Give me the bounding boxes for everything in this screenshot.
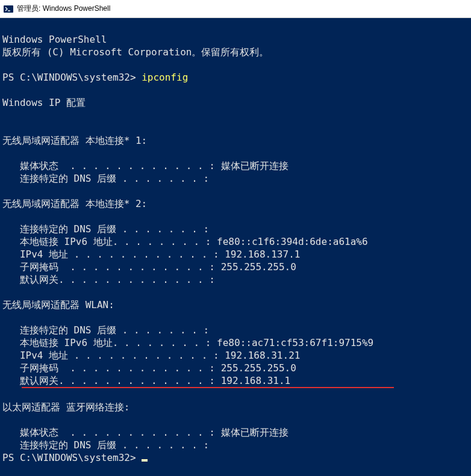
config-label: 连接特定的 DNS 后缀 bbox=[20, 439, 116, 451]
config-label: 默认网关 bbox=[20, 274, 58, 285]
dots: . . . . . . . . . . . . : bbox=[58, 427, 215, 438]
dots: . . . . . . . . . . . . : bbox=[68, 249, 219, 260]
prompt-path: PS C:\WINDOWS\system32> bbox=[2, 72, 136, 83]
config-label: 媒体状态 bbox=[20, 427, 58, 438]
dots: . . . . . . . : bbox=[116, 223, 209, 235]
dots: . . . . . . . : bbox=[116, 173, 209, 184]
banner-line1: Windows PowerShell bbox=[2, 34, 107, 45]
svg-rect-0 bbox=[4, 5, 13, 13]
window-title: 管理员: Windows PowerShell bbox=[17, 4, 110, 14]
config-value: 192.168.31.21 bbox=[219, 350, 301, 361]
dots: . . . . . . . . . . . . . : bbox=[58, 274, 215, 285]
adapter-title: 无线局域网适配器 本地连接* 1: bbox=[2, 135, 147, 146]
config-value: 192.168.137.1 bbox=[219, 249, 301, 260]
powershell-icon bbox=[4, 4, 13, 14]
config-value: fe80::c1f6:394d:6de:a61a%6 bbox=[211, 236, 367, 247]
config-label: 默认网关 bbox=[20, 375, 58, 386]
adapter-title: 以太网适配器 蓝牙网络连接: bbox=[2, 401, 129, 413]
dots: . . . . . . . . . . . . . : bbox=[58, 375, 215, 386]
config-value: 媒体已断开连接 bbox=[215, 427, 289, 438]
banner-line2: 版权所有 (C) Microsoft Corporation。保留所有权利。 bbox=[2, 46, 269, 58]
config-label: IPv4 地址 bbox=[20, 249, 68, 260]
config-value: 媒体已断开连接 bbox=[215, 160, 289, 172]
config-label: 连接特定的 DNS 后缀 bbox=[20, 173, 116, 184]
config-label: 媒体状态 bbox=[20, 160, 58, 172]
adapter-title: 无线局域网适配器 本地连接* 2: bbox=[2, 198, 147, 209]
highlight-underline bbox=[22, 387, 394, 388]
prompt-path-2: PS C:\WINDOWS\system32> bbox=[2, 452, 136, 463]
window-titlebar[interactable]: 管理员: Windows PowerShell bbox=[0, 0, 471, 18]
adapter-title: 无线局域网适配器 WLAN: bbox=[2, 299, 114, 311]
config-label: 连接特定的 DNS 后缀 bbox=[20, 324, 116, 336]
ipconfig-header: Windows IP 配置 bbox=[2, 97, 86, 108]
dots: . . . . . . . . : bbox=[113, 236, 211, 247]
config-label: 子网掩码 bbox=[20, 362, 58, 374]
config-value: 255.255.255.0 bbox=[215, 362, 296, 374]
dots: . . . . . . . . . . . . : bbox=[68, 350, 219, 361]
config-value: 192.168.31.1 bbox=[215, 375, 290, 386]
dots: . . . . . . . : bbox=[116, 439, 209, 451]
config-value: 255.255.255.0 bbox=[215, 261, 296, 273]
dots: . . . . . . . . . . . . : bbox=[58, 261, 215, 273]
dots: . . . . . . . : bbox=[116, 324, 209, 336]
dots: . . . . . . . . : bbox=[113, 337, 211, 348]
config-label: 本地链接 IPv6 地址 bbox=[20, 337, 113, 348]
config-label: 连接特定的 DNS 后缀 bbox=[20, 223, 116, 235]
config-label: 子网掩码 bbox=[20, 261, 58, 273]
dots: . . . . . . . . . . . . : bbox=[58, 362, 215, 374]
config-label: IPv4 地址 bbox=[20, 350, 68, 361]
command-input: ipconfig bbox=[142, 72, 188, 83]
dots: . . . . . . . . . . . . : bbox=[58, 160, 215, 172]
terminal-output[interactable]: Windows PowerShell 版权所有 (C) Microsoft Co… bbox=[0, 18, 471, 466]
config-value: fe80::ac71:cf53:67f1:9715%9 bbox=[211, 337, 373, 348]
config-label: 本地链接 IPv6 地址 bbox=[20, 236, 113, 247]
cursor bbox=[142, 459, 148, 462]
